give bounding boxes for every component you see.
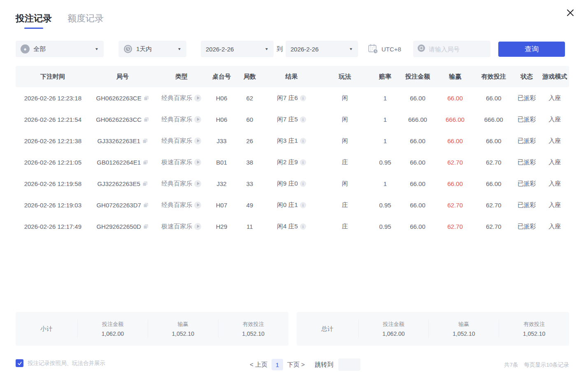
cell-result: 闲2 庄9 i [264, 158, 319, 166]
cell-round-id: GH06262263CC [90, 116, 155, 123]
cell-game-mode: 入座 [540, 158, 569, 166]
cell-win-loss: 62.70 [436, 159, 474, 166]
calendar-clock-icon [367, 43, 378, 55]
play-icon[interactable] [194, 159, 201, 166]
cell-game-mode: 入座 [540, 137, 569, 145]
cell-table-no: H07 [208, 202, 235, 209]
table-row: 2026-02-26 12:19:03 GH07262263D7 经典百家乐 H… [16, 194, 569, 216]
records-total: 共7条 [504, 361, 518, 369]
cell-round-id: GH292622650D [90, 223, 155, 230]
cell-win-loss: 66.00 [436, 137, 474, 144]
jump-page-input[interactable] [338, 358, 360, 371]
cell-result: 闲0 庄1 i [264, 201, 319, 209]
cell-valid-bet: 62.70 [474, 159, 513, 166]
cell-bet-time: 2026-02-26 12:21:54 [16, 116, 90, 123]
copy-icon[interactable] [144, 95, 149, 101]
cell-table-no: H06 [208, 116, 235, 123]
cell-status: 已派彩 [513, 116, 541, 123]
tab-bet-records-label: 投注记录 [16, 13, 52, 23]
info-icon[interactable]: i [300, 181, 306, 187]
subtotal-win-loss-value: 1,052.10 [148, 330, 218, 337]
prev-page-button[interactable]: < 上页 [250, 361, 267, 369]
cell-game-mode: 入座 [540, 201, 569, 209]
cell-valid-bet: 62.70 [474, 202, 513, 209]
cell-bet-time: 2026-02-26 12:17:49 [16, 223, 90, 230]
copy-icon[interactable] [144, 117, 149, 122]
copy-icon[interactable] [143, 160, 148, 165]
cell-round-no: 38 [235, 159, 264, 166]
cell-bet-time: 2026-02-26 12:19:58 [16, 180, 90, 187]
records-info: 共7条 每页显示10条记录 [504, 361, 569, 369]
total-bet-amount: 投注金额 1,062.00 [358, 320, 429, 338]
column-header: 玩法 [319, 73, 371, 81]
tab-bar: 投注记录 额度记录 [16, 12, 104, 31]
date-range-separator: 到 [277, 45, 283, 53]
copy-icon[interactable] [143, 202, 149, 208]
time-range-select[interactable]: 1天内 ▼ [119, 41, 186, 57]
cell-game-type: 经典百家乐 [155, 94, 208, 102]
game-type-value: 全部 [33, 45, 46, 53]
cell-round-id: GB01262264E1 [90, 159, 155, 166]
cell-play: 庄 [319, 201, 371, 209]
cell-win-loss: 62.70 [436, 202, 474, 209]
cell-play: 庄 [319, 223, 371, 230]
play-icon[interactable] [194, 95, 201, 102]
cell-round-no: 26 [235, 137, 264, 144]
close-icon [565, 8, 575, 18]
game-type-select[interactable]: ♠ 全部 ▼ [16, 41, 104, 57]
cell-round-id: GH07262263D7 [90, 202, 155, 209]
play-icon[interactable] [194, 116, 201, 123]
date-from-value: 2026-2-26 [206, 46, 234, 53]
cell-odds: 1 [371, 180, 400, 187]
copy-icon[interactable] [142, 138, 148, 144]
table-row: 2026-02-26 12:21:54 GH06262263CC 经典百家乐 H… [16, 109, 569, 130]
info-icon[interactable]: i [300, 202, 306, 208]
cell-win-loss: 66.00 [436, 95, 474, 102]
cell-bet-amount: 66.00 [400, 95, 436, 102]
tab-credit-records[interactable]: 额度记录 [67, 12, 104, 31]
cell-round-no: 33 [235, 180, 264, 187]
column-header: 结果 [264, 73, 319, 81]
time-range-value: 1天内 [136, 45, 152, 53]
current-page-indicator[interactable]: 1 [272, 359, 283, 370]
info-icon[interactable]: i [300, 95, 306, 101]
cell-win-loss: 666.00 [436, 116, 474, 123]
cell-bet-amount: 666.00 [400, 116, 436, 123]
info-icon[interactable]: i [300, 223, 306, 230]
info-icon[interactable]: i [300, 159, 306, 165]
cell-game-type: 经典百家乐 [155, 201, 208, 209]
chevron-down-icon: ▼ [95, 47, 99, 51]
date-to-picker[interactable]: 2026-2-26 ▼ [286, 41, 358, 57]
play-icon[interactable] [194, 180, 201, 187]
query-button[interactable]: 查询 [498, 42, 565, 57]
total-valid-bet-value: 1,052.10 [499, 330, 569, 337]
play-icon[interactable] [194, 202, 201, 209]
info-icon[interactable]: i [300, 138, 306, 144]
chevron-down-icon: ▼ [349, 47, 353, 51]
clock-icon [123, 44, 132, 53]
next-page-button[interactable]: 下页 > [287, 361, 305, 369]
cell-round-no: 49 [235, 202, 264, 209]
round-id-input[interactable] [429, 46, 486, 53]
subtotal-win-loss-label: 输赢 [148, 321, 218, 328]
cell-result: 闲9 庄0 i [264, 180, 319, 188]
cell-odds: 1 [371, 116, 400, 123]
subtotal-label: 小计 [16, 325, 77, 333]
copy-icon[interactable] [143, 224, 149, 229]
round-id-search[interactable] [413, 41, 490, 57]
info-icon[interactable]: i [300, 116, 306, 123]
copy-icon[interactable] [142, 181, 148, 186]
tab-credit-records-label: 额度记录 [67, 13, 104, 23]
tab-bet-records[interactable]: 投注记录 [16, 12, 52, 31]
subtotal-bet-amount-value: 1,062.00 [78, 330, 148, 337]
cell-status: 已派彩 [513, 158, 541, 166]
cell-bet-time: 2026-02-26 12:23:18 [16, 95, 90, 102]
cell-status: 已派彩 [513, 201, 541, 209]
play-icon[interactable] [194, 137, 201, 144]
date-from-picker[interactable]: 2026-2-26 ▼ [201, 41, 274, 57]
merge-checkbox[interactable] [16, 359, 23, 367]
cell-game-type: 经典百家乐 [155, 180, 208, 188]
play-icon[interactable] [194, 223, 201, 230]
close-button[interactable] [564, 7, 576, 19]
cell-bet-time: 2026-02-26 12:19:03 [16, 202, 90, 209]
